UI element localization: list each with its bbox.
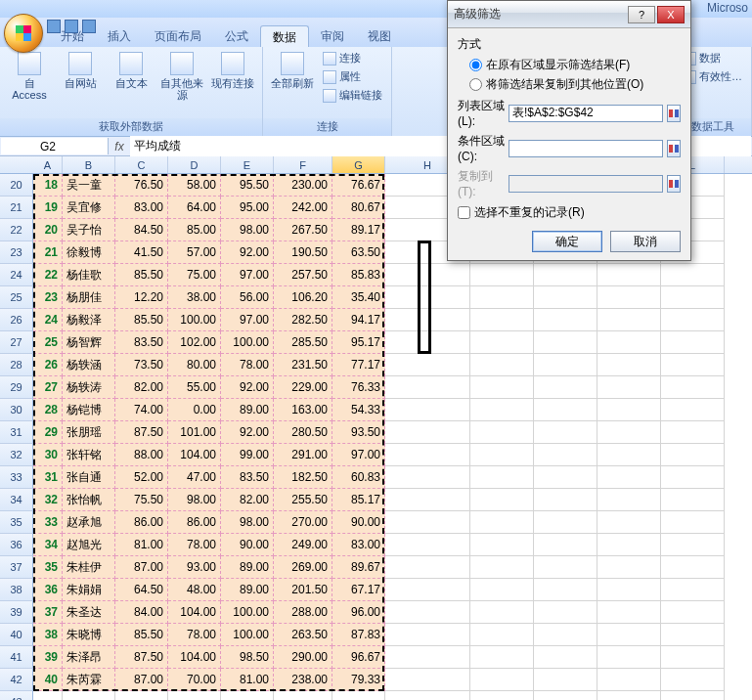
cell[interactable]: 75.50 [115, 489, 168, 511]
name-box[interactable]: G2 [1, 138, 109, 154]
cell[interactable] [661, 286, 725, 309]
cell[interactable]: 77.17 [332, 354, 385, 376]
cell[interactable] [597, 601, 661, 624]
cell[interactable]: 杨智辉 [63, 331, 115, 354]
row-header[interactable]: 39 [0, 601, 33, 624]
cell[interactable]: 37 [33, 601, 63, 624]
cell[interactable]: 85.50 [115, 264, 168, 286]
cell[interactable]: 83.50 [115, 331, 168, 354]
cell[interactable]: 32 [33, 489, 63, 511]
row-header[interactable]: 43 [0, 691, 33, 700]
cell[interactable]: 86.00 [168, 511, 221, 534]
cell[interactable] [385, 556, 470, 579]
cell[interactable]: 41.50 [115, 241, 168, 264]
cell[interactable] [385, 399, 470, 421]
cell[interactable]: 82.00 [221, 489, 274, 511]
cell[interactable] [661, 466, 725, 489]
cell[interactable]: 0.00 [168, 399, 221, 421]
cell[interactable] [597, 579, 661, 601]
cell[interactable]: 87.50 [115, 421, 168, 444]
cell[interactable]: 29 [33, 421, 63, 444]
cell[interactable] [534, 354, 597, 376]
row-header[interactable]: 31 [0, 421, 33, 444]
row-header[interactable]: 22 [0, 219, 33, 241]
row-header[interactable]: 21 [0, 197, 33, 219]
cell[interactable] [534, 579, 597, 601]
btn-from-access[interactable]: 自 Access [6, 50, 53, 103]
cell[interactable]: 杨铠博 [63, 399, 115, 421]
row-header[interactable]: 28 [0, 354, 33, 376]
cell[interactable] [470, 691, 534, 700]
cell[interactable] [597, 624, 661, 646]
cell[interactable]: 22 [33, 264, 63, 286]
cell[interactable]: 282.50 [274, 309, 332, 331]
cell[interactable]: 163.00 [274, 399, 332, 421]
cell[interactable]: 87.00 [115, 556, 168, 579]
cell[interactable] [385, 354, 470, 376]
cell[interactable]: 28 [33, 399, 63, 421]
dialog-titlebar[interactable]: 高级筛选 ? X [448, 1, 690, 28]
col-A[interactable]: A [33, 156, 63, 173]
cell[interactable]: 85.50 [115, 624, 168, 646]
cell[interactable] [597, 511, 661, 534]
cell[interactable] [385, 331, 470, 354]
cell[interactable] [661, 601, 725, 624]
cell[interactable] [597, 264, 661, 286]
cell[interactable] [534, 646, 597, 669]
cell[interactable]: 267.50 [274, 219, 332, 241]
criteria-range-ref-button[interactable] [667, 140, 681, 157]
cell[interactable]: 60.83 [332, 466, 385, 489]
row-header[interactable]: 33 [0, 466, 33, 489]
radio-copy-to[interactable] [469, 78, 482, 91]
cell[interactable]: 55.00 [168, 376, 221, 399]
cell[interactable] [385, 466, 470, 489]
cell[interactable]: 朱桂伊 [63, 556, 115, 579]
cell[interactable] [470, 669, 534, 691]
cell[interactable] [597, 399, 661, 421]
cell[interactable]: 285.50 [274, 331, 332, 354]
cell[interactable]: 84.00 [115, 601, 168, 624]
cell[interactable] [534, 601, 597, 624]
criteria-range-input[interactable] [509, 140, 663, 157]
cell[interactable] [534, 264, 597, 286]
btn-from-web[interactable]: 自网站 [57, 50, 104, 91]
cell[interactable]: 36 [33, 579, 63, 601]
cell[interactable] [470, 331, 534, 354]
cell[interactable]: 25 [33, 331, 63, 354]
row-header[interactable]: 29 [0, 376, 33, 399]
cell[interactable]: 40 [33, 669, 63, 691]
cell[interactable]: 38 [33, 624, 63, 646]
cell[interactable]: 290.00 [274, 646, 332, 669]
cell[interactable] [661, 534, 725, 556]
cell[interactable]: 257.50 [274, 264, 332, 286]
cell[interactable]: 88.00 [115, 444, 168, 466]
cell[interactable] [385, 264, 470, 286]
cell[interactable]: 张怡帆 [63, 489, 115, 511]
cell[interactable] [597, 376, 661, 399]
cell[interactable]: 85.17 [332, 489, 385, 511]
row-header[interactable]: 40 [0, 624, 33, 646]
cell[interactable]: 54.33 [332, 399, 385, 421]
cell[interactable] [534, 309, 597, 331]
cell[interactable] [470, 556, 534, 579]
cell[interactable] [534, 376, 597, 399]
cell[interactable]: 80.00 [168, 354, 221, 376]
col-F[interactable]: F [274, 156, 332, 173]
cell[interactable]: 80.67 [332, 197, 385, 219]
cell[interactable]: 95.50 [221, 174, 274, 197]
unique-records-label[interactable]: 选择不重复的记录(R) [474, 204, 585, 221]
cell[interactable] [385, 309, 470, 331]
btn-properties[interactable]: 属性 [320, 68, 385, 85]
cell[interactable]: 67.17 [332, 579, 385, 601]
cell[interactable] [661, 511, 725, 534]
cell[interactable] [661, 309, 725, 331]
cell[interactable]: 230.00 [274, 174, 332, 197]
cell[interactable]: 吴子怡 [63, 219, 115, 241]
cell[interactable]: 89.00 [221, 399, 274, 421]
cell[interactable]: 93.00 [168, 556, 221, 579]
cell[interactable]: 79.33 [332, 669, 385, 691]
cell[interactable] [385, 489, 470, 511]
btn-from-text[interactable]: 自文本 [108, 50, 155, 91]
cell[interactable]: 35.40 [332, 286, 385, 309]
row-header[interactable]: 41 [0, 646, 33, 669]
